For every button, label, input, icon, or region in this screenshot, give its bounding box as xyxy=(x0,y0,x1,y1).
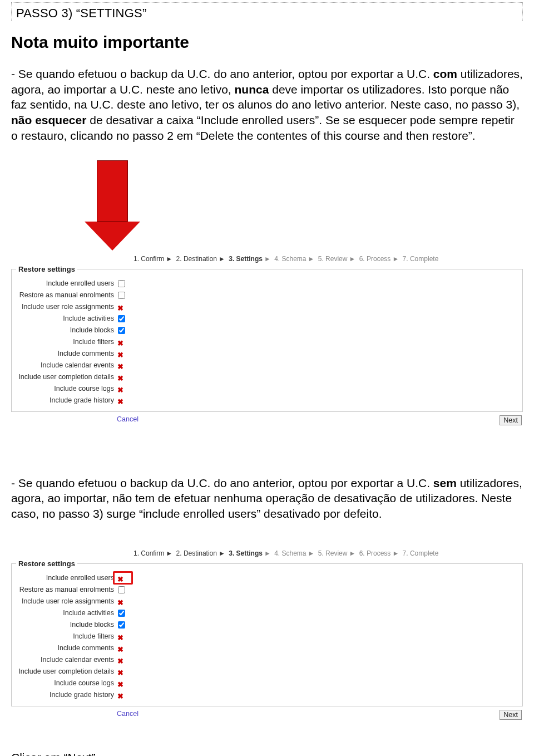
next-button[interactable]: Next xyxy=(500,415,522,425)
final-instruction: Clicar em “Next” xyxy=(11,751,523,756)
step-2: 2. Destination xyxy=(176,255,217,263)
p1-t4: de desativar a caixa “Include enrolled u… xyxy=(11,114,515,142)
step-sep: ► xyxy=(308,255,315,263)
x-icon: ✖ xyxy=(117,657,123,665)
x-icon: ✖ xyxy=(117,692,123,700)
x-icon: ✖ xyxy=(117,680,123,689)
paragraph-2: - Se quando efetuou o backup da U.C. do … xyxy=(11,475,523,522)
label-activities: Include activities xyxy=(16,315,117,323)
x-icon: ✖ xyxy=(117,575,123,583)
label-manual: Restore as manual enrolments xyxy=(16,586,117,594)
step-3-current: 3. Settings xyxy=(229,255,263,263)
step-4: 4. Schema xyxy=(274,549,306,557)
label-logs: Include course logs xyxy=(16,385,117,393)
step-7: 7. Complete xyxy=(403,255,439,263)
step-6: 6. Process xyxy=(359,255,391,263)
step-sep: ► xyxy=(264,255,271,263)
x-icon: ✖ xyxy=(117,304,123,312)
x-icon: ✖ xyxy=(117,374,123,382)
label-blocks: Include blocks xyxy=(16,326,117,335)
checkbox-manual[interactable] xyxy=(118,586,125,593)
checkbox-blocks[interactable] xyxy=(118,621,125,629)
step-1: 1. Confirm xyxy=(134,549,164,557)
fieldset-legend: Restore settings xyxy=(16,265,77,273)
section-header: PASSO 3) “SETTINGS” xyxy=(11,2,523,21)
label-comments: Include comments xyxy=(16,350,117,358)
step-3-current: 3. Settings xyxy=(229,549,263,557)
label-logs: Include course logs xyxy=(16,679,117,688)
callout-arrow xyxy=(11,160,523,255)
restore-settings-fieldset-2: Restore settings Include enrolled users✖… xyxy=(11,559,523,706)
label-enrolled: Include enrolled users xyxy=(16,279,117,288)
step-sep: ► xyxy=(219,549,225,557)
p1-b1: com xyxy=(433,67,457,80)
checkbox-blocks[interactable] xyxy=(118,327,125,334)
step-sep: ► xyxy=(349,255,355,263)
label-blocks: Include blocks xyxy=(16,621,117,629)
step-7: 7. Complete xyxy=(403,549,439,557)
label-filters: Include filters xyxy=(16,338,117,346)
step-2: 2. Destination xyxy=(176,549,217,557)
checkbox-manual[interactable] xyxy=(118,292,125,299)
step-sep: ► xyxy=(264,549,271,557)
label-completion: Include user completion details xyxy=(16,667,117,676)
label-activities: Include activities xyxy=(16,609,117,617)
step-sep: ► xyxy=(219,255,225,263)
label-calendar: Include calendar events xyxy=(16,656,117,664)
x-icon: ✖ xyxy=(117,669,123,677)
step-sep: ► xyxy=(166,549,172,557)
wizard-steps-1: 1. Confirm► 2. Destination► 3. Settings►… xyxy=(134,255,523,263)
label-filters: Include filters xyxy=(16,632,117,641)
label-grade: Include grade history xyxy=(16,691,117,699)
checkbox-enrolled[interactable] xyxy=(118,280,125,287)
step-5: 5. Review xyxy=(318,255,348,263)
step-sep: ► xyxy=(349,549,355,557)
wizard-steps-2: 1. Confirm► 2. Destination► 3. Settings►… xyxy=(134,549,523,557)
x-icon: ✖ xyxy=(117,362,123,371)
label-completion: Include user completion details xyxy=(16,373,117,381)
x-icon: ✖ xyxy=(117,598,123,607)
p1-b3: não esquecer xyxy=(11,114,86,126)
step-sep: ► xyxy=(392,549,399,557)
x-icon: ✖ xyxy=(117,386,123,394)
label-grade: Include grade history xyxy=(16,396,117,405)
label-manual: Restore as manual enrolments xyxy=(16,291,117,300)
p2-t1: - Se quando efetuou o backup da U.C. do … xyxy=(11,477,433,489)
note-title: Nota muito importante xyxy=(11,33,523,52)
step-6: 6. Process xyxy=(359,549,391,557)
x-icon: ✖ xyxy=(117,645,123,654)
paragraph-1: - Se quando efetuou o backup da U.C. do … xyxy=(11,66,523,144)
step-sep: ► xyxy=(308,549,315,557)
x-icon: ✖ xyxy=(117,397,123,406)
x-icon: ✖ xyxy=(117,351,123,359)
label-comments: Include comments xyxy=(16,644,117,652)
checkbox-activities[interactable] xyxy=(118,315,125,322)
restore-settings-fieldset-1: Restore settings Include enrolled users … xyxy=(11,265,523,412)
p1-b2: nunca xyxy=(235,83,269,96)
label-role: Include user role assignments xyxy=(16,597,117,606)
fieldset-legend: Restore settings xyxy=(16,559,77,568)
step-5: 5. Review xyxy=(318,549,348,557)
p1-t1: - Se quando efetuou o backup da U.C. do … xyxy=(11,67,433,80)
next-button[interactable]: Next xyxy=(500,710,522,720)
x-icon: ✖ xyxy=(117,339,123,347)
step-1: 1. Confirm xyxy=(134,255,164,263)
step-sep: ► xyxy=(392,255,399,263)
cancel-button[interactable]: Cancel xyxy=(117,415,139,425)
step-sep: ► xyxy=(166,255,172,263)
x-icon: ✖ xyxy=(117,634,123,642)
checkbox-activities[interactable] xyxy=(118,610,125,617)
label-enrolled: Include enrolled users xyxy=(16,574,117,582)
label-role: Include user role assignments xyxy=(16,303,117,311)
cancel-button[interactable]: Cancel xyxy=(117,710,139,720)
p2-b1: sem xyxy=(433,477,457,489)
label-calendar: Include calendar events xyxy=(16,361,117,370)
step-4: 4. Schema xyxy=(274,255,306,263)
